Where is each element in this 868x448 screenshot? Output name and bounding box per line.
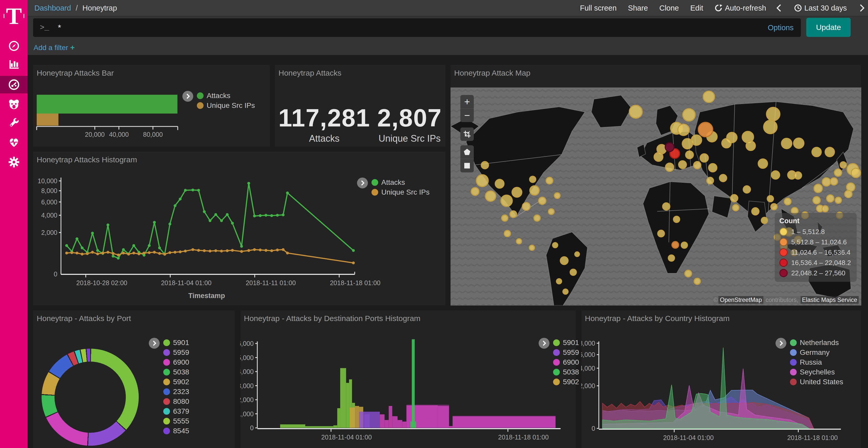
- legend-item-5959[interactable]: 5959: [163, 348, 189, 357]
- panel-attacks-bar: Honeytrap Attacks Bar 20,00040,00080,000…: [33, 65, 270, 146]
- sidebar-item-discover[interactable]: [0, 37, 28, 55]
- legend-dot: [779, 248, 788, 256]
- logo-square-right: [24, 14, 24, 18]
- time-back-button[interactable]: [778, 5, 783, 10]
- sidebar-item-visualize[interactable]: [0, 56, 28, 73]
- svg-text:40,000: 40,000: [109, 131, 129, 138]
- legend-item-united-states[interactable]: United States: [790, 377, 843, 387]
- legend-item-6379[interactable]: 6379: [163, 407, 189, 416]
- legend-item-5038[interactable]: 5038: [163, 367, 189, 377]
- dest-ports-legend: 59015959690050385902: [538, 338, 579, 387]
- auto-refresh-button[interactable]: Auto-refresh: [715, 4, 766, 12]
- clone-button[interactable]: Clone: [659, 4, 679, 12]
- zoom-out-button[interactable]: −: [460, 108, 474, 122]
- legend-collapse-button[interactable]: [149, 338, 160, 349]
- legend-dot: [553, 379, 560, 385]
- legend-item-6900[interactable]: 6900: [163, 357, 189, 367]
- draw-rectangle-button[interactable]: [460, 159, 474, 172]
- query-text[interactable]: *: [58, 23, 768, 33]
- legend-item-attacks[interactable]: Attacks: [371, 177, 430, 187]
- legend-label: Netherlands: [800, 339, 839, 347]
- time-forward-button[interactable]: [858, 5, 863, 10]
- legend-item-5901[interactable]: 5901: [553, 338, 579, 348]
- legend-item-netherlands[interactable]: Netherlands: [790, 338, 843, 348]
- legend-collapse-button[interactable]: [357, 177, 368, 188]
- legend-item-5959[interactable]: 5959: [553, 348, 579, 357]
- legend-label: 1 – 5,512.8: [791, 228, 825, 236]
- svg-text:2018-11-18 01:00: 2018-11-18 01:00: [787, 434, 838, 441]
- dest-ports-histogram-chart[interactable]: 6,0005,0004,0003,0002,0001,00002018-11-0…: [240, 310, 576, 448]
- svg-text:6,000: 6,000: [41, 199, 57, 206]
- edit-button[interactable]: Edit: [690, 4, 703, 12]
- legend-label: 5901: [173, 339, 189, 347]
- legend-item-russia[interactable]: Russia: [790, 357, 843, 367]
- share-button[interactable]: Share: [628, 4, 648, 12]
- add-filter-link[interactable]: Add a filter +: [34, 43, 75, 52]
- legend-collapse-button[interactable]: [776, 338, 786, 349]
- draw-polygon-button[interactable]: [460, 145, 474, 159]
- legend-item-5901[interactable]: 5901: [163, 338, 189, 348]
- legend-label: 6379: [173, 407, 189, 415]
- legend-dot: [163, 427, 170, 434]
- ems-link[interactable]: Elastic Maps Service: [801, 296, 859, 304]
- legend-collapse-button[interactable]: [538, 338, 550, 349]
- heartbeat-icon: [8, 137, 20, 148]
- fit-bounds-button[interactable]: [460, 128, 474, 141]
- svg-text:4,000: 4,000: [240, 368, 254, 375]
- svg-text:6,000: 6,000: [240, 340, 254, 347]
- update-button[interactable]: Update: [806, 18, 851, 37]
- sidebar-item-monitoring[interactable]: [0, 134, 28, 151]
- legend-collapse-button[interactable]: [182, 91, 193, 102]
- attack-map[interactable]: + −: [451, 88, 861, 306]
- legend-item-5555[interactable]: 5555: [163, 416, 189, 426]
- metric-unique-src-ips: 2,807 Unique Src IPs: [377, 104, 442, 144]
- zoom-in-button[interactable]: +: [460, 95, 474, 108]
- legend-item-5902[interactable]: 5902: [553, 377, 579, 387]
- time-picker-button[interactable]: Last 30 days: [794, 4, 847, 12]
- svg-text:10,000: 10,000: [38, 177, 57, 184]
- attacks-histogram-chart[interactable]: 10,0008,0006,0004,0002,00002018-10-28 02…: [33, 152, 445, 305]
- osm-link[interactable]: OpenStreetMap: [718, 296, 764, 304]
- map-attribution: ©OpenStreetMap contributors, Elastic Map…: [713, 297, 859, 304]
- panel-dest-ports-histogram: Honeytrap - Attacks by Destination Ports…: [240, 310, 576, 448]
- query-options-link[interactable]: Options: [768, 24, 794, 32]
- top-navbar: Dashboard / Honeytrap Full screen Share …: [28, 0, 868, 16]
- logo-t: T: [6, 6, 22, 26]
- svg-text:2018-10-28 02:00: 2018-10-28 02:00: [76, 279, 127, 286]
- metric-label: Unique Src IPs: [377, 133, 442, 144]
- legend-item-8545[interactable]: 8545: [163, 426, 189, 436]
- breadcrumb-dashboard-link[interactable]: Dashboard: [34, 4, 71, 12]
- legend-dot: [371, 179, 378, 186]
- metric-row: 117,281 Attacks 2,807 Unique Src IPs: [275, 104, 445, 144]
- map-legend-item: 5,512.8 – 11,024.6: [779, 238, 851, 246]
- svg-text:8,000: 8,000: [581, 340, 595, 347]
- legend-label: 5959: [173, 348, 189, 357]
- svg-text:Timestamp: Timestamp: [188, 292, 225, 300]
- panel-title: Honeytrap - Attacks by Port: [37, 314, 131, 323]
- legend-label: United States: [800, 378, 843, 386]
- telekom-logo[interactable]: T: [4, 4, 24, 28]
- sidebar-item-devtools[interactable]: [0, 114, 28, 132]
- sidebar-item-dashboard[interactable]: [0, 76, 28, 94]
- legend-label: Germany: [800, 348, 830, 357]
- legend-item-5902[interactable]: 5902: [163, 377, 189, 387]
- legend-item-unique-src-ips[interactable]: Unique Src IPs: [371, 187, 430, 197]
- sidebar-item-management[interactable]: [0, 153, 28, 171]
- legend-item-6900[interactable]: 6900: [553, 357, 579, 367]
- sidebar-item-timelion[interactable]: [0, 96, 28, 113]
- legend-item-5038[interactable]: 5038: [553, 367, 579, 377]
- search-input[interactable]: >_ * Options: [33, 18, 801, 37]
- legend-label: 11,024.6 – 16,536.4: [791, 248, 850, 256]
- fullscreen-button[interactable]: Full screen: [580, 4, 617, 12]
- legend-item-attacks[interactable]: Attacks: [197, 91, 255, 101]
- legend-dot: [163, 369, 170, 376]
- legend-item-8080[interactable]: 8080: [163, 397, 189, 407]
- svg-text:2018-11-04 01:00: 2018-11-04 01:00: [321, 434, 372, 441]
- legend-label: 5,512.8 – 11,024.6: [791, 238, 847, 246]
- legend-item-germany[interactable]: Germany: [790, 348, 843, 357]
- legend-item-unique-src-ips[interactable]: Unique Src IPs: [197, 101, 255, 110]
- panel-country-histogram: Honeytrap - Attacks by Country Histogram…: [581, 310, 861, 448]
- legend-item-seychelles[interactable]: Seychelles: [790, 367, 843, 377]
- legend-label: Unique Src IPs: [381, 188, 430, 196]
- legend-item-2323[interactable]: 2323: [163, 387, 189, 397]
